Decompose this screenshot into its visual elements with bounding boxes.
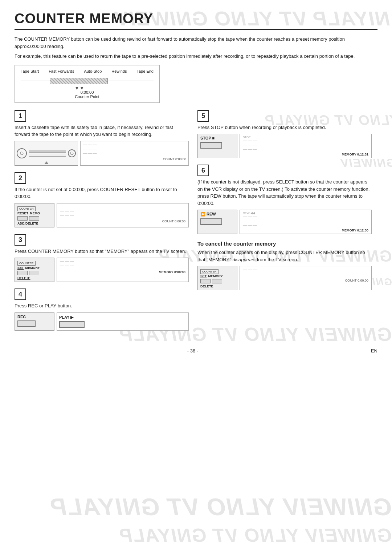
disp6-f2: ── ── ──	[243, 219, 368, 223]
step-3-diagram: COUNTER SET MEMORY DELETE ── ── ──	[15, 258, 189, 282]
disp6-f3: ── ── ──	[243, 223, 368, 228]
step-6-display: REW ◀◀ ── ── ── ── ── ── ── ── ── MEMORY…	[240, 210, 372, 234]
stop-btn-box[interactable]	[200, 142, 222, 149]
step-5-block: 5 Press STOP button when recording or pl…	[197, 110, 372, 158]
tape-counter-value: 0:00:00	[21, 90, 154, 94]
tape-label-rewinds: Rewinds	[111, 69, 127, 73]
step-3-display: ── ── ── ── ── ── MEMORY 0:00:00	[57, 258, 189, 282]
step3-mem-btn[interactable]	[29, 271, 39, 275]
stop-label: STOP ■	[200, 136, 215, 140]
cancel-set-mem-row: SET MEMORY	[200, 274, 234, 278]
step-3-block: 3 Press COUNTER MEMORY button so that "M…	[15, 234, 189, 282]
disp-faint-1: ── ── ──	[83, 143, 186, 147]
watermark-8: GNIWEIV YLNO VT GNIYALP	[119, 524, 392, 546]
disp-faint-2: ── ── ──	[83, 147, 186, 152]
step-5-display: STOP ── ── ── ── ── ── ── ── ── MEMORY 0…	[240, 134, 372, 158]
step3-btn-row	[17, 271, 52, 275]
tape-diagram-header: Tape Start Fast Forwards Auto-Stop Rewin…	[21, 69, 154, 73]
page-title: COUNTER MEMORY	[15, 11, 377, 30]
step-4-text: Press REC or PLAY button.	[15, 302, 189, 310]
step-4-right: PLAY ▶	[57, 312, 189, 331]
step-2-diagram: COUNTER RESET MEMO ADD/DELETE ── ── ──	[15, 203, 189, 227]
disp2-f2: ── ── ──	[60, 209, 185, 214]
step-4-num: 4	[15, 288, 26, 300]
tape-track: ▼▼	[21, 76, 154, 89]
step3-set-mem-row: SET MEMORY	[17, 266, 52, 270]
step-6-left: ⏪ REW	[197, 210, 237, 234]
step-2-count: COUNT 0:00:00	[60, 219, 185, 223]
step-3-buttons: COUNTER SET MEMORY DELETE	[15, 258, 54, 282]
step3-set-label: SET	[17, 266, 24, 270]
disp6-f1: ── ── ──	[243, 215, 368, 219]
stop-label-disp: STOP	[243, 136, 368, 139]
btn-boxes-row	[17, 216, 52, 221]
step-1-text: Insert a cassette tape with its safety t…	[15, 124, 189, 138]
cancel-text: When the counter appears on the display,…	[197, 249, 372, 263]
eject-icon	[44, 161, 49, 164]
memo-btn-box[interactable]	[29, 216, 39, 221]
cancel-count-display: COUNT 0:00:00	[243, 279, 368, 282]
page-number: - 38 -	[187, 348, 198, 354]
rec-btn-box[interactable]	[17, 320, 36, 327]
step3-counter-bracket: COUNTER	[17, 261, 36, 266]
step-6-memory-display: MEMORY 0:12:30	[243, 229, 368, 232]
disp2-f3: ── ── ──	[60, 214, 185, 218]
reset-label: RESET	[17, 211, 28, 215]
step3-mem-label: MEMORY	[25, 266, 40, 270]
steps-left-col: 1 Insert a cassette tape with its safety…	[15, 110, 189, 337]
step-5-num: 5	[197, 110, 209, 122]
cancel-diagram: COUNTER SET MEMORY DELETE ── ── ──	[197, 266, 372, 290]
disp5-f1: ── ── ──	[243, 139, 368, 143]
cancel-text-italic: disappears	[232, 257, 256, 262]
step-1-count: COUNT 0:00:00	[83, 157, 186, 161]
disp5-f2: ── ── ──	[243, 143, 368, 148]
tape-label-ff: Fast Forwards	[49, 69, 74, 73]
step-2-buttons: COUNTER RESET MEMO ADD/DELETE	[15, 203, 54, 227]
cancel-counter-bracket: COUNTER	[200, 269, 219, 274]
cancel-heading: To cancel the counter memory	[197, 241, 372, 247]
step3-delete-label: DELETE	[17, 276, 52, 280]
step-4-left: REC	[15, 312, 54, 331]
vcr-reel-right	[68, 149, 76, 157]
rew-btn-box[interactable]	[200, 218, 222, 225]
tape-label-start: Tape Start	[21, 69, 39, 73]
tape-diagram: Tape Start Fast Forwards Auto-Stop Rewin…	[15, 65, 160, 103]
play-label: PLAY ▶	[59, 315, 186, 320]
step-5-left: STOP ■	[197, 134, 237, 158]
tape-point-label: Counter Point	[21, 94, 154, 99]
cancel-set-btn[interactable]	[200, 279, 211, 283]
step-1-block: 1 Insert a cassette tape with its safety…	[15, 110, 189, 166]
step-3-memory-display: MEMORY 0:00:00	[60, 270, 185, 274]
rec-label: REC	[17, 315, 52, 319]
play-btn-box[interactable]	[59, 321, 85, 328]
disp3-f2: ── ── ──	[60, 264, 185, 268]
rew-label: ⏪ REW	[200, 212, 216, 217]
disp3-f1: ── ── ──	[60, 259, 185, 264]
step-6-text: (If the counter is not displayed, press …	[197, 178, 372, 207]
cancel-display: ── ── ── ── ── ── COUNT 0:00:00	[240, 266, 372, 290]
vcr-reel-left	[17, 148, 27, 158]
cancel-mem-label: MEMORY	[208, 274, 223, 278]
cancel-delete-label: DELETE	[200, 284, 234, 288]
cancel-buttons: COUNTER SET MEMORY DELETE	[197, 266, 237, 290]
cancel-mem-btn[interactable]	[212, 279, 222, 283]
step-4-diagram: REC PLAY ▶	[15, 312, 189, 331]
step-2-block: 2 If the counter is not set at 0:00:00, …	[15, 172, 189, 227]
step-2-num: 2	[15, 172, 26, 184]
reset-btn-box[interactable]	[17, 216, 28, 221]
step-4-block: 4 Press REC or PLAY button. REC PLAY ▶	[15, 288, 189, 331]
stop-btn-row: STOP ■	[200, 136, 234, 140]
memo-label: MEMO	[30, 211, 40, 215]
tape-label-end: Tape End	[136, 69, 153, 73]
step-1-vcr-inner	[17, 143, 76, 164]
step-6-num: 6	[197, 165, 209, 176]
rew-btn-row: ⏪ REW	[200, 212, 234, 217]
step-1-diagram: ── ── ── ── ── ── ── ── ── COUNT 0:00:00	[15, 141, 189, 166]
disp5-f3: ── ── ──	[243, 148, 368, 152]
step-3-num: 3	[15, 234, 26, 246]
add-delete-label: ADD/DELETE	[17, 222, 52, 225]
tape-arrow-icon: ▼▼	[74, 85, 85, 91]
page-footer: - 38 - EN	[15, 348, 377, 354]
step-6-block: 6 (If the counter is not displayed, pres…	[197, 165, 372, 234]
step3-set-btn[interactable]	[17, 271, 28, 275]
